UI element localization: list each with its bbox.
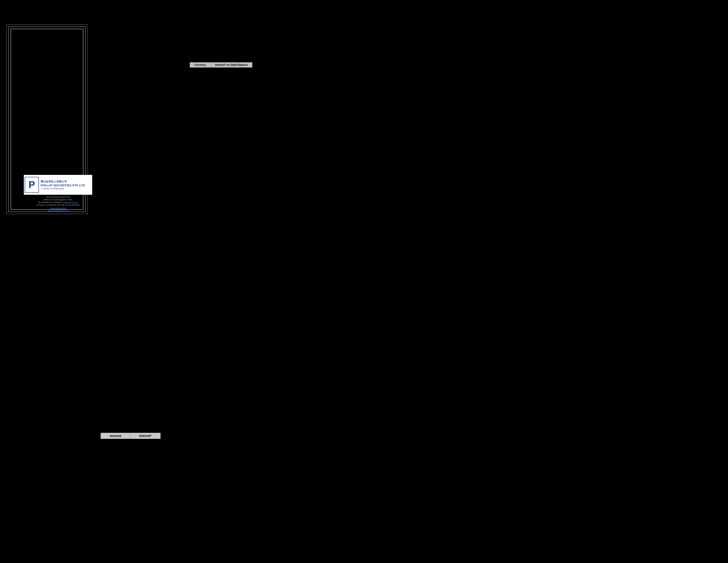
website-link-2[interactable]: www.poems.com.sg	[24, 207, 92, 209]
logo-chinese-text: 輝立証券私人有限公司	[41, 180, 85, 183]
interest-debit-col-header: Interest* on Debit Balance	[210, 62, 252, 68]
address-line-2: Raffles City Tower Singapore 179101	[24, 198, 92, 201]
currency-col-header: Currency	[190, 62, 211, 68]
website-link-1[interactable]: www.phillip.com.sg	[63, 201, 78, 203]
logo-p-letter: P	[28, 180, 35, 190]
address-line-3: Tel: 65336001 Fax: 65353034 www.phillip.…	[24, 201, 92, 204]
company-logo-area: P 輝立証券私人有限公司 PHILLIP SECURITIES PTE LTD …	[24, 175, 92, 195]
address-tel: Tel: 65336001 Fax: 65353034	[38, 201, 62, 203]
address-line-1: 250 North Bridge Road #06-00	[24, 196, 92, 198]
email-link[interactable]: talktophillip@phillip.com.sg	[24, 210, 92, 212]
document-content-area: P 輝立証券私人有限公司 PHILLIP SECURITIES PTE LTD …	[11, 29, 83, 210]
address-area: 250 North Bridge Road #06-00 Raffles Cit…	[24, 196, 92, 212]
amount-interest-table: Amount Interest*	[101, 433, 161, 439]
logo-p-box: P	[25, 177, 39, 193]
currency-interest-table: Currency Interest* on Debit Balance	[190, 62, 252, 68]
interest-col-header: Interest*	[130, 433, 160, 439]
logo-member-text: A member of PhillipCapital	[41, 187, 85, 190]
logo-company-name: PHILLIP SECURITIES PTE LTD	[41, 184, 85, 187]
amount-col-header: Amount	[101, 433, 130, 439]
logo-text-block: 輝立証券私人有限公司 PHILLIP SECURITIES PTE LTD A …	[41, 180, 85, 190]
address-line-4: Co.Reg.No.: 197501035Z GST Reg. No: M2-0…	[24, 204, 92, 206]
